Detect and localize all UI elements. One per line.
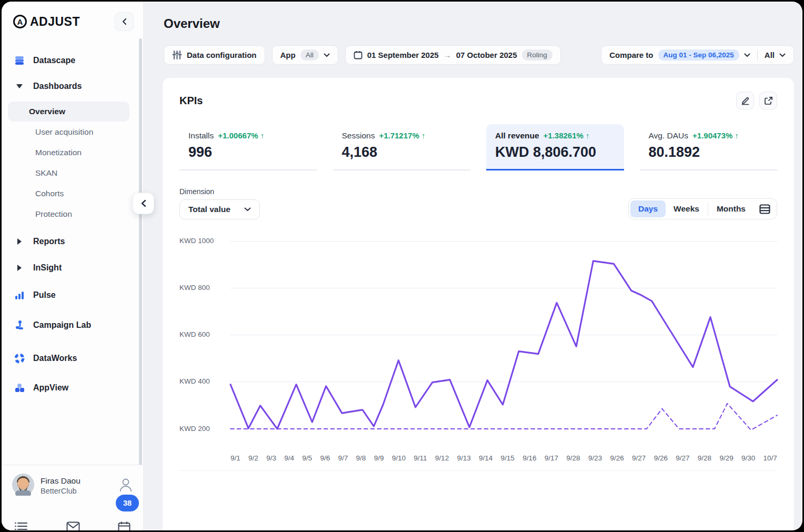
page-title: Overview (164, 16, 802, 31)
sidebar-item-monetization[interactable]: Monetization (8, 143, 129, 163)
app-filter-button[interactable]: App All (272, 45, 338, 65)
sidebar-item-label: Pulse (33, 290, 56, 300)
y-axis-tick: KWD 1000 (179, 237, 227, 245)
kpi-installs[interactable]: Installs +1.00667% ↑ 996 (179, 124, 317, 170)
x-axis-label: 9/1 (230, 454, 240, 462)
kpi-all-revenue[interactable]: All revenue +1.38261% ↑ KWD 8,806.700 (486, 124, 624, 170)
mail-icon[interactable] (66, 521, 80, 530)
app: A ADJUST Datascape Dashboards Overview U… (2, 2, 802, 530)
x-axis-label: 9/5 (302, 454, 312, 462)
x-axis-label: 9/4 (284, 454, 294, 462)
chevron-down-icon (744, 53, 750, 57)
main-content: Overview Data configuration App All 01 S… (144, 2, 802, 530)
trend-up-icon: ↑ (421, 131, 426, 140)
sidebar-collapse-handle[interactable] (133, 193, 154, 214)
chart-plot: KWD 1000 KWD 800 KWD 600 KWD 400 KWD 200 (230, 235, 777, 446)
sidebar-item-pulse[interactable]: Pulse (2, 285, 143, 306)
date-range-button[interactable]: 01 September 2025 → 07 October 2025 Roli… (345, 45, 561, 65)
chart-controls: Dimension Total value Days Weeks Months (179, 187, 777, 219)
granularity-days[interactable]: Days (630, 200, 666, 217)
account-icon[interactable] (119, 477, 133, 494)
y-axis-tick: KWD 600 (179, 330, 227, 338)
sidebar-item-user-acquisition[interactable]: User acquisition (8, 122, 129, 142)
avatar[interactable] (12, 474, 34, 498)
kpi-avg-daus[interactable]: Avg. DAUs +1.90473% ↑ 80.1892 (640, 124, 778, 170)
sidebar-item-cohorts[interactable]: Cohorts (8, 184, 129, 204)
adjust-logo-icon: A (13, 15, 27, 28)
trend-up-icon: ↑ (260, 131, 265, 140)
export-icon (764, 96, 773, 105)
sidebar-item-label: Campaign Lab (33, 320, 91, 330)
pulse-icon (13, 289, 26, 301)
current-series-line (230, 261, 777, 429)
dimension-select[interactable]: Total value (179, 199, 260, 219)
app-filter-value-pill: All (300, 49, 319, 61)
kpi-row: Installs +1.00667% ↑ 996 Sessions +1.712… (179, 124, 777, 170)
x-axis-label: 9/13 (457, 454, 470, 462)
sidebar-item-label: DataWorks (33, 354, 77, 363)
x-axis-label: 9/12 (435, 454, 449, 462)
kpi-sessions[interactable]: Sessions +1.71217% ↑ 4,168 (333, 124, 471, 170)
divider (708, 203, 708, 215)
granularity-months[interactable]: Months (709, 200, 753, 217)
sidebar-footer-icons (2, 521, 143, 530)
chevron-left-icon (122, 18, 127, 25)
sidebar-item-label: InSight (33, 263, 62, 273)
x-axis-label: 9/8 (356, 454, 366, 462)
data-configuration-button[interactable]: Data configuration (164, 45, 265, 65)
calendar-icon[interactable] (118, 521, 130, 530)
x-axis-label: 9/10 (392, 454, 406, 462)
x-axis-label: 9/11 (414, 454, 427, 462)
x-axis-label: 9/30 (741, 454, 755, 462)
toolbar: Data configuration App All 01 September … (164, 45, 794, 65)
notification-badge: 38 (116, 495, 139, 511)
triangle-down-icon (13, 84, 26, 88)
y-axis-tick: KWD 200 (179, 425, 227, 433)
sidebar-item-reports[interactable]: Reports (2, 231, 143, 252)
sidebar-item-appview[interactable]: AppView (2, 377, 143, 398)
sidebar-collapse-button[interactable] (115, 12, 134, 31)
user-profile[interactable]: Firas Daou BetterClub 38 (2, 465, 143, 498)
x-axis-label: 9/14 (479, 454, 493, 462)
campaign-lab-icon (13, 319, 26, 331)
kpi-section-title: KPIs (179, 95, 203, 107)
compare-range-pill: Aug 01 - Sep 06,2025 (658, 49, 739, 61)
granularity-weeks[interactable]: Weeks (666, 200, 707, 217)
sidebar-item-dataworks[interactable]: DataWorks (2, 348, 143, 369)
brand-logo: A ADJUST (13, 15, 80, 29)
appview-icon (13, 382, 26, 394)
calendar-icon (354, 51, 363, 59)
sidebar-item-label: Dashboards (33, 82, 82, 91)
sidebar-item-campaign-lab[interactable]: Campaign Lab (2, 315, 143, 336)
sidebar-item-dashboards[interactable]: Dashboards (2, 76, 143, 97)
x-axis-label: 9/9 (374, 454, 384, 462)
sidebar-item-protection[interactable]: Protection (8, 204, 129, 224)
x-axis-label: 9/15 (501, 454, 515, 462)
table-view-button[interactable] (753, 200, 775, 217)
trend-up-icon: ↑ (586, 131, 590, 140)
x-axis-label: 9/3 (266, 454, 276, 462)
x-axis-label: 10/7 (763, 454, 777, 462)
datascape-icon (13, 55, 26, 66)
export-button[interactable] (759, 92, 777, 109)
compare-control[interactable]: Compare to Aug 01 - Sep 06,2025 All (601, 45, 794, 65)
x-axis-label: 9/27 (676, 454, 689, 462)
x-axis-label: 9/7 (338, 454, 348, 462)
sidebar-item-insight[interactable]: InSight (2, 257, 143, 278)
y-axis-tick: KWD 400 (179, 377, 227, 385)
sidebar-item-skan[interactable]: SKAN (8, 163, 129, 183)
sidebar-item-label: Reports (33, 237, 65, 246)
sidebar-nav: Datascape Dashboards Overview User acqui… (2, 50, 143, 398)
edit-button[interactable] (736, 92, 754, 109)
chevron-down-icon (324, 53, 330, 57)
x-axis-label: 9/17 (545, 454, 558, 462)
sidebar-item-datascape[interactable]: Datascape (2, 50, 143, 71)
x-axis-label: 9/2 (248, 454, 258, 462)
list-icon[interactable] (14, 521, 28, 530)
date-mode-pill: Roling (522, 49, 552, 61)
x-axis-label: 9/6 (320, 454, 330, 462)
sidebar-scrollbar-thumb[interactable] (139, 38, 142, 467)
divider (757, 50, 758, 61)
sidebar-item-overview[interactable]: Overview (8, 102, 129, 122)
date-start: 01 September 2025 (367, 51, 439, 59)
